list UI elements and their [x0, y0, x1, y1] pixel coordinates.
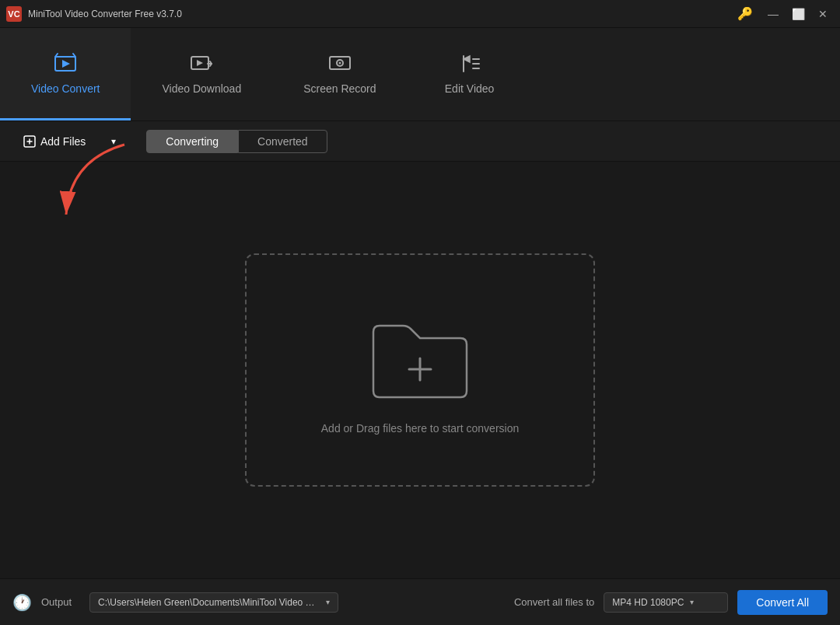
convert-all-label: Convert all files to — [514, 596, 594, 608]
screen-record-icon — [327, 51, 352, 76]
format-label: MP4 HD 1080PC — [612, 597, 684, 608]
close-button[interactable]: ✕ — [812, 5, 834, 23]
nav-bar: Video Convert Video Download Screen Reco… — [0, 28, 840, 121]
title-controls: — ⬜ ✕ — [762, 5, 834, 23]
maximize-button[interactable]: ⬜ — [787, 5, 809, 23]
app-title: MiniTool Video Converter Free v3.7.0 — [28, 9, 182, 19]
drop-text: Add or Drag files here to start conversi… — [321, 422, 519, 435]
svg-marker-1 — [62, 60, 70, 68]
app-logo: VC — [6, 6, 22, 22]
main-content: Add or Drag files here to start conversi… — [0, 162, 840, 578]
converted-tab[interactable]: Converted — [238, 130, 327, 153]
minimize-button[interactable]: — — [762, 5, 784, 23]
add-files-icon — [23, 135, 36, 148]
tab-video-download-label: Video Download — [162, 82, 241, 95]
tab-screen-record-label: Screen Record — [303, 82, 376, 95]
tab-screen-record[interactable]: Screen Record — [272, 28, 407, 120]
convert-all-button[interactable]: Convert All — [737, 590, 828, 615]
svg-point-6 — [338, 62, 341, 65]
tab-edit-video[interactable]: Edit Video — [408, 28, 532, 120]
tab-video-convert-label: Video Convert — [31, 82, 100, 95]
bottom-bar: 🕐 Output C:\Users\Helen Green\Documents\… — [0, 578, 840, 625]
key-icon: 🔑 — [737, 6, 753, 21]
video-convert-icon — [53, 51, 78, 76]
title-bar: VC MiniTool Video Converter Free v3.7.0 … — [0, 0, 840, 28]
clock-icon: 🕐 — [12, 593, 32, 612]
output-label: Output — [41, 596, 80, 608]
converting-tab[interactable]: Converting — [146, 130, 238, 153]
tab-video-download[interactable]: Video Download — [131, 28, 272, 120]
tab-video-convert[interactable]: Video Convert — [0, 28, 131, 120]
folder-icon — [358, 306, 482, 407]
svg-marker-3 — [197, 60, 203, 66]
tab-edit-video-label: Edit Video — [445, 82, 495, 95]
output-path-text: C:\Users\Helen Green\Documents\MiniTool … — [98, 597, 316, 608]
title-left: VC MiniTool Video Converter Free v3.7.0 — [6, 6, 182, 22]
output-path-arrow: ▾ — [326, 598, 330, 606]
toolbar: Add Files ▾ Converting Converted — [0, 121, 840, 162]
edit-video-icon — [457, 51, 482, 76]
sub-tabs: Converting Converted — [146, 130, 327, 153]
format-selector[interactable]: MP4 HD 1080PC ▾ — [604, 592, 728, 613]
format-arrow: ▾ — [690, 598, 694, 606]
output-path[interactable]: C:\Users\Helen Green\Documents\MiniTool … — [89, 592, 338, 613]
add-files-button[interactable]: Add Files — [12, 131, 96, 152]
add-files-dropdown-button[interactable]: ▾ — [103, 131, 124, 152]
drop-zone[interactable]: Add or Drag files here to start conversi… — [245, 253, 595, 487]
video-download-icon — [189, 51, 214, 76]
